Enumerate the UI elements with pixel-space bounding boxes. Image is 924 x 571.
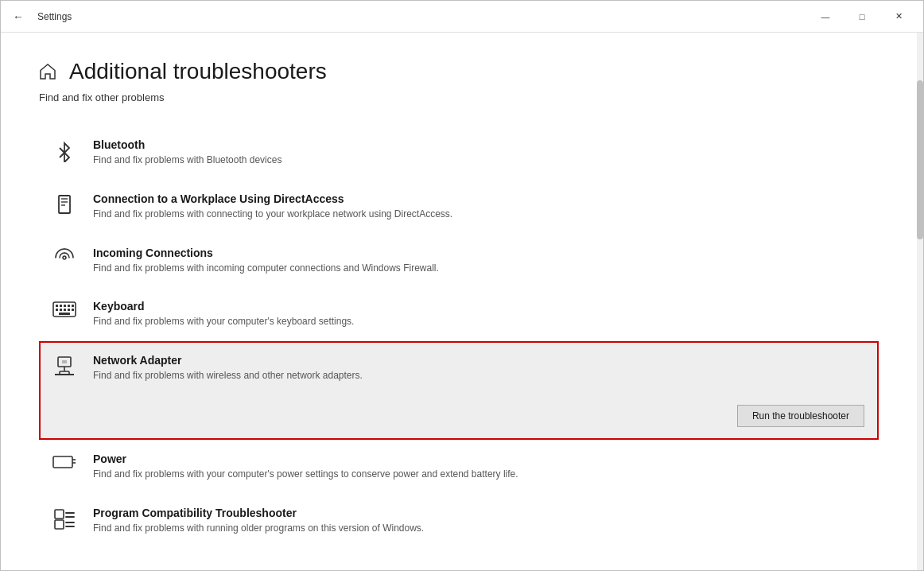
svg-rect-25 [55,510,64,519]
scrollbar-thumb[interactable] [917,80,923,239]
item-top-bluetooth: Bluetooth Find and fix problems with Blu… [50,138,868,167]
svg-rect-16 [59,313,70,315]
incoming-title: Incoming Connections [93,247,868,259]
bluetooth-text: Bluetooth Find and fix problems with Blu… [93,138,868,167]
program-text: Program Compatibility Troubleshooter Fin… [93,507,868,535]
program-desc: Find and fix problems with running older… [93,522,868,535]
program-title: Program Compatibility Troubleshooter [93,507,868,519]
troubleshooter-item-power[interactable]: Power Find and fix problems with your co… [39,440,879,494]
item-top-incoming: Incoming Connections Find and fix proble… [50,247,868,275]
svg-rect-8 [64,305,66,307]
page-subtitle: Find and fix other problems [39,91,879,103]
troubleshooter-item-bluetooth[interactable]: Bluetooth Find and fix problems with Blu… [39,126,879,180]
settings-window: ← Settings — □ ✕ Additional troubleshoot… [0,0,924,571]
svg-rect-26 [55,520,64,529]
page-header: Additional troubleshooters [39,58,879,85]
minimize-button[interactable]: — [807,1,844,33]
bluetooth-desc: Find and fix problems with Bluetooth dev… [93,153,868,167]
bluetooth-title: Bluetooth [93,138,868,151]
network-desc: Find and fix problems with wireless and … [93,369,868,383]
directaccess-text: Connection to a Workplace Using DirectAc… [93,192,868,221]
network-icon [50,355,79,376]
troubleshooter-list: Bluetooth Find and fix problems with Blu… [39,126,879,548]
svg-rect-15 [72,309,74,311]
svg-rect-12 [60,309,62,311]
incoming-text: Incoming Connections Find and fix proble… [93,247,868,275]
incoming-icon [50,248,79,267]
item-top-power: Power Find and fix problems with your co… [50,453,868,481]
svg-rect-7 [60,305,62,307]
troubleshooter-item-incoming[interactable]: Incoming Connections Find and fix proble… [39,234,879,288]
svg-rect-6 [56,305,58,307]
run-troubleshooter-button[interactable]: Run the troubleshooter [737,405,864,427]
item-top-program: Program Compatibility Troubleshooter Fin… [50,507,868,535]
keyboard-text: Keyboard Find and fix problems with your… [93,300,868,328]
directaccess-desc: Find and fix problems with connecting to… [93,208,868,221]
svg-rect-21 [62,360,67,363]
svg-rect-14 [68,309,70,311]
main-content: Additional troubleshooters Find and fix … [1,33,917,570]
svg-rect-9 [68,305,70,307]
network-title: Network Adapter [93,354,868,367]
content-area: Additional troubleshooters Find and fix … [1,33,923,570]
close-button[interactable]: ✕ [880,1,917,33]
item-top-network: Network Adapter Find and fix problems wi… [50,354,868,383]
item-action-network: Run the troubleshooter [50,405,868,427]
item-top-keyboard: Keyboard Find and fix problems with your… [50,300,868,328]
svg-rect-22 [53,456,72,468]
troubleshooter-item-network[interactable]: Network Adapter Find and fix problems wi… [39,341,879,440]
troubleshooter-item-directaccess[interactable]: Connection to a Workplace Using DirectAc… [39,180,879,234]
title-bar-controls: — □ ✕ [807,1,917,33]
back-button[interactable]: ← [7,6,29,28]
page-title-block: Additional troubleshooters [69,58,327,85]
svg-rect-11 [56,309,58,311]
power-desc: Find and fix problems with your computer… [93,468,868,481]
title-bar-title: Settings [37,11,72,22]
title-bar: ← Settings — □ ✕ [1,1,923,33]
incoming-desc: Find and fix problems with incoming comp… [93,262,868,275]
keyboard-title: Keyboard [93,300,868,313]
svg-rect-13 [64,309,66,311]
home-icon [39,63,56,85]
directaccess-icon [50,194,79,216]
page-title: Additional troubleshooters [69,58,327,85]
keyboard-desc: Find and fix problems with your computer… [93,315,868,328]
bluetooth-icon [50,140,79,162]
svg-rect-10 [72,305,74,307]
svg-point-4 [63,256,66,259]
network-text: Network Adapter Find and fix problems wi… [93,354,868,383]
troubleshooter-item-program[interactable]: Program Compatibility Troubleshooter Fin… [39,494,879,548]
power-text: Power Find and fix problems with your co… [93,453,868,481]
power-title: Power [93,453,868,465]
keyboard-icon [50,301,79,317]
scrollbar-track[interactable] [917,33,923,570]
program-icon [50,508,79,530]
maximize-button[interactable]: □ [844,1,880,33]
power-icon [50,454,79,468]
directaccess-title: Connection to a Workplace Using DirectAc… [93,192,868,205]
troubleshooter-item-keyboard[interactable]: Keyboard Find and fix problems with your… [39,287,879,341]
title-bar-left: ← Settings [7,6,807,28]
item-top-directaccess: Connection to a Workplace Using DirectAc… [50,192,868,221]
